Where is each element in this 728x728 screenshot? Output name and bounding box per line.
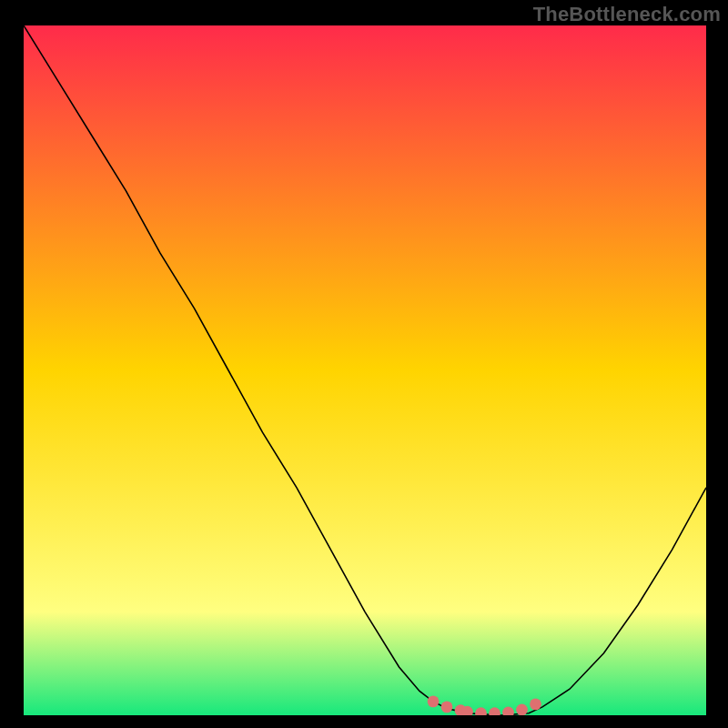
sweet-spot-marker — [441, 701, 453, 713]
chart-frame: TheBottleneck.com — [0, 0, 728, 728]
sweet-spot-marker — [428, 695, 440, 707]
sweet-spot-marker — [530, 698, 541, 710]
bottleneck-chart — [24, 25, 706, 715]
sweet-spot-marker — [516, 703, 528, 715]
attribution-text: TheBottleneck.com — [533, 3, 721, 26]
